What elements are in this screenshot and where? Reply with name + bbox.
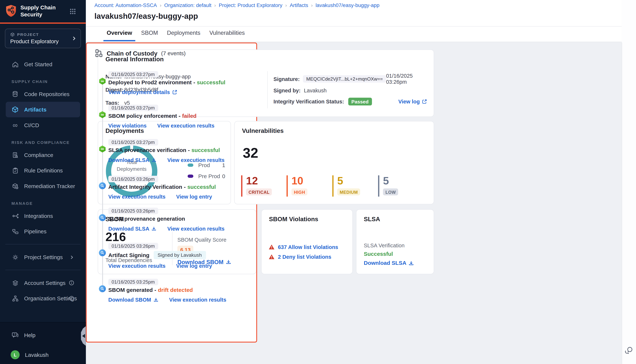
event-title: Artifact Integrity Verification bbox=[108, 184, 182, 190]
view-execution-results-link[interactable]: View execution results bbox=[108, 194, 166, 200]
tab-deployments[interactable]: Deployments bbox=[164, 30, 204, 41]
scan-event-icon bbox=[99, 249, 106, 256]
dash: - bbox=[179, 113, 180, 119]
event-title: SLSA provenance verification bbox=[108, 147, 186, 153]
info-icon[interactable] bbox=[69, 280, 74, 286]
support-chat-icon[interactable] bbox=[624, 346, 634, 355]
timeline-event: 01/16/2025 03:25pm SBOM generated - drif… bbox=[86, 278, 618, 303]
sidebar-item-compliance[interactable]: Compliance bbox=[6, 147, 80, 163]
cube-icon bbox=[10, 32, 15, 36]
pipelines-icon bbox=[12, 228, 19, 235]
sidebar-item-label: Code Repositories bbox=[24, 91, 70, 97]
view-execution-results-link[interactable]: View execution results bbox=[108, 263, 166, 269]
sidebar-footer: ? Help L Lavakush bbox=[0, 322, 86, 364]
sidebar-section-manage: MANAGE bbox=[0, 194, 86, 208]
view-violations-link[interactable]: View violations bbox=[108, 122, 147, 129]
breadcrumb-artifacts[interactable]: Artifacts bbox=[290, 2, 308, 8]
sidebar-item-label: Rule Definitions bbox=[24, 168, 63, 174]
download-icon bbox=[152, 226, 157, 231]
dash: - bbox=[184, 184, 186, 190]
pipeline-event-icon: ∞ bbox=[99, 146, 106, 152]
sidebar-section-risk-compliance: RISK AND COMPLIANCE bbox=[0, 133, 86, 147]
page-title: lavakush07/easy-buggy-app bbox=[94, 12, 198, 21]
artifact-box-icon bbox=[12, 106, 19, 113]
event-status: drift detected bbox=[158, 287, 193, 293]
chevron-right-icon bbox=[71, 36, 77, 41]
event-timestamp: 01/16/2025 03:25pm bbox=[108, 279, 158, 286]
sidebar-item-label: Get Started bbox=[24, 61, 52, 67]
chain-of-custody-panel: Chain of Custody (7 events) 01/16/2025 0… bbox=[86, 42, 257, 342]
view-log-entry-link[interactable]: View log entry bbox=[176, 263, 212, 269]
sidebar-item-get-started[interactable]: Get Started bbox=[6, 56, 80, 72]
view-log-entry-link[interactable]: View log entry bbox=[176, 194, 212, 200]
sidebar-item-rule-definitions[interactable]: Rule Definitions bbox=[6, 163, 80, 178]
dash: - bbox=[194, 79, 195, 86]
sidebar-item-code-repositories[interactable]: Code Repositories bbox=[6, 86, 80, 102]
event-title: Deployed to Prod2 environment bbox=[108, 79, 192, 86]
breadcrumb-account[interactable]: Account: Automation-SSCA bbox=[94, 2, 157, 8]
sidebar-item-pipelines[interactable]: Pipelines bbox=[6, 224, 80, 239]
pipeline-event-icon: ∞ bbox=[99, 78, 106, 85]
project-selector[interactable]: PROJECT Product Exploratory bbox=[5, 28, 81, 48]
sidebar-item-account-settings[interactable]: Account Settings bbox=[6, 275, 80, 290]
panel-title: Chain of Custody bbox=[107, 50, 158, 57]
breadcrumb-separator: › bbox=[212, 2, 219, 8]
timeline-event: 01/16/2025 03:26pm SLSA provenance gener… bbox=[86, 207, 618, 232]
user-menu[interactable]: L Lavakush bbox=[0, 349, 86, 361]
event-timestamp: 01/16/2025 03:27pm bbox=[108, 139, 158, 146]
document-search-icon bbox=[12, 151, 19, 159]
tab-sbom[interactable]: SBOM bbox=[138, 30, 161, 41]
help-button[interactable]: ? Help bbox=[0, 329, 86, 341]
download-slsa-link[interactable]: Download SLSA bbox=[108, 157, 157, 163]
infinity-icon: ∞ bbox=[12, 122, 19, 129]
sidebar-item-label: Artifacts bbox=[24, 106, 46, 112]
sidebar-item-organization-settings[interactable]: Organization Settings bbox=[6, 290, 80, 306]
app-switcher-icon[interactable] bbox=[70, 8, 76, 15]
view-execution-results-link[interactable]: View execution results bbox=[167, 157, 224, 163]
tab-overview[interactable]: Overview bbox=[104, 30, 136, 41]
app-window: Supply Chain Security PROJECT Product Ex… bbox=[0, 0, 636, 364]
tab-vulnerabilities[interactable]: Vulnerabilities bbox=[206, 30, 248, 41]
sidebar-item-remediation-tracker[interactable]: Remediation Tracker bbox=[6, 178, 80, 194]
breadcrumb-project[interactable]: Project: Product Exploratory bbox=[219, 2, 282, 8]
event-status: failed bbox=[182, 113, 196, 119]
download-icon bbox=[153, 297, 158, 302]
download-slsa-link[interactable]: Download SLSA bbox=[108, 226, 157, 232]
sidebar-item-ci-cd[interactable]: ∞ CI/CD bbox=[6, 117, 80, 133]
brand-accent-divider bbox=[0, 22, 86, 24]
view-execution-results-link[interactable]: View execution results bbox=[169, 297, 226, 303]
event-title: Artifact Signing bbox=[108, 252, 150, 258]
info-icon[interactable] bbox=[69, 296, 74, 301]
link-label: View deployment details bbox=[108, 89, 170, 95]
external-link-icon bbox=[422, 99, 427, 104]
view-execution-results-link[interactable]: View execution results bbox=[167, 226, 224, 232]
breadcrumb-organization[interactable]: Organization: default bbox=[164, 2, 212, 8]
sidebar: Supply Chain Security PROJECT Product Ex… bbox=[0, 0, 86, 364]
help-label: Help bbox=[24, 332, 36, 338]
tab-bar: Overview SBOM Deployments Vulnerabilitie… bbox=[104, 30, 248, 41]
view-deployment-details-link[interactable]: View deployment details bbox=[108, 89, 178, 95]
org-gear-icon bbox=[12, 294, 19, 302]
breadcrumb-current-artifact[interactable]: lavakush07/easy-buggy-app bbox=[316, 2, 380, 8]
gear-icon bbox=[12, 254, 19, 261]
signed-by-badge: Signed by Lavakush bbox=[154, 251, 206, 259]
breadcrumb-separator: › bbox=[308, 2, 316, 8]
chain-of-custody-icon bbox=[95, 49, 103, 57]
header-divider bbox=[86, 26, 622, 26]
svg-text:?: ? bbox=[14, 333, 16, 336]
sidebar-item-artifacts[interactable]: Artifacts bbox=[6, 102, 80, 117]
event-status: successful bbox=[197, 79, 226, 86]
sidebar-item-integrations[interactable]: Integrations bbox=[6, 208, 80, 224]
event-title: SBOM policy enforcement bbox=[108, 113, 177, 119]
avatar: L bbox=[11, 350, 20, 359]
scan-event-icon bbox=[99, 182, 106, 189]
event-timestamp: 01/16/2025 03:26pm bbox=[108, 243, 158, 249]
download-sbom-link[interactable]: Download SBOM bbox=[108, 297, 159, 303]
events-count: (7 events) bbox=[161, 50, 186, 56]
view-execution-results-link[interactable]: View execution results bbox=[157, 122, 214, 129]
sidebar-item-project-settings[interactable]: Project Settings bbox=[6, 249, 80, 265]
event-timestamp: 01/16/2025 03:26pm bbox=[108, 208, 158, 214]
scan-event-icon bbox=[99, 214, 106, 221]
sidebar-item-label: CI/CD bbox=[24, 122, 39, 128]
layers-gear-icon bbox=[12, 279, 19, 286]
